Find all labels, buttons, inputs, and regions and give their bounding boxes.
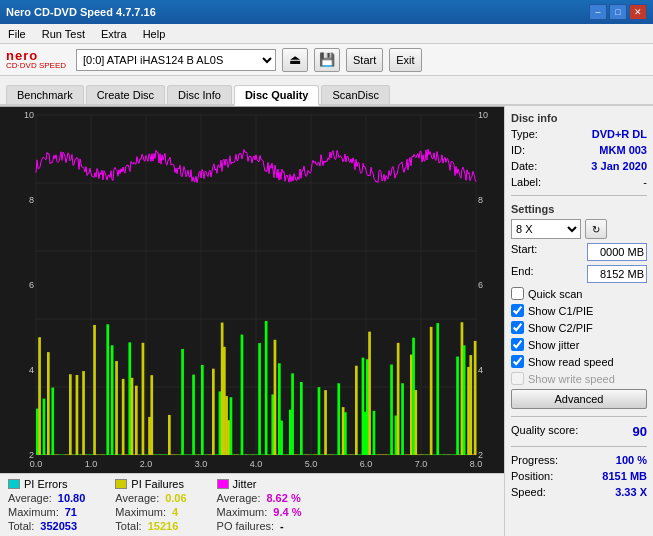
tab-bar: Benchmark Create Disc Disc Info Disc Qua… <box>0 76 653 106</box>
menu-bar: File Run Test Extra Help <box>0 24 653 44</box>
refresh-button[interactable]: ↻ <box>585 219 607 239</box>
speed-row: 8 X ↻ <box>511 219 647 239</box>
nero-logo: nero CD·DVD SPEED <box>6 49 66 70</box>
jitter-group: Jitter Average: 8.62 % Maximum: 9.4 % PO… <box>217 478 302 532</box>
tab-benchmark[interactable]: Benchmark <box>6 85 84 104</box>
settings-title: Settings <box>511 203 647 215</box>
separator-2 <box>511 416 647 417</box>
chart-area: PI Errors Average: 10.80 Maximum: 71 Tot… <box>0 106 505 536</box>
side-panel: Disc info Type: DVD+R DL ID: MKM 003 Dat… <box>505 106 653 536</box>
pi-errors-legend: PI Errors <box>8 478 85 490</box>
start-button[interactable]: Start <box>346 48 383 72</box>
show-jitter-checkbox[interactable] <box>511 338 524 351</box>
quick-scan-checkbox[interactable] <box>511 287 524 300</box>
pi-failures-color <box>115 479 127 489</box>
end-mb-input[interactable] <box>587 265 647 283</box>
show-write-speed-checkbox[interactable] <box>511 372 524 385</box>
advanced-button[interactable]: Advanced <box>511 389 647 409</box>
drive-select[interactable]: [0:0] ATAPI iHAS124 B AL0S <box>76 49 276 71</box>
separator-3 <box>511 446 647 447</box>
menu-help[interactable]: Help <box>139 28 170 40</box>
maximize-button[interactable]: □ <box>609 4 627 20</box>
disc-type-row: Type: DVD+R DL <box>511 128 647 140</box>
close-button[interactable]: ✕ <box>629 4 647 20</box>
quick-scan-row: Quick scan <box>511 287 647 300</box>
pi-failures-max: Maximum: 4 <box>115 506 186 518</box>
show-read-speed-checkbox[interactable] <box>511 355 524 368</box>
disc-id-row: ID: MKM 003 <box>511 144 647 156</box>
menu-run-test[interactable]: Run Test <box>38 28 89 40</box>
minimize-button[interactable]: – <box>589 4 607 20</box>
menu-extra[interactable]: Extra <box>97 28 131 40</box>
jitter-label: Jitter <box>233 478 257 490</box>
save-icon[interactable]: 💾 <box>314 48 340 72</box>
pi-failures-legend: PI Failures <box>115 478 186 490</box>
jitter-max: Maximum: 9.4 % <box>217 506 302 518</box>
jitter-legend: Jitter <box>217 478 302 490</box>
pi-errors-group: PI Errors Average: 10.80 Maximum: 71 Tot… <box>8 478 85 532</box>
jitter-avg: Average: 8.62 % <box>217 492 302 504</box>
show-jitter-row: Show jitter <box>511 338 647 351</box>
position-row: Position: 8151 MB <box>511 470 647 482</box>
disc-info-title: Disc info <box>511 112 647 124</box>
pi-failures-total: Total: 15216 <box>115 520 186 532</box>
eject-icon[interactable]: ⏏ <box>282 48 308 72</box>
title-bar: Nero CD-DVD Speed 4.7.7.16 – □ ✕ <box>0 0 653 24</box>
progress-row: Progress: 100 % <box>511 454 647 466</box>
tab-scan-disc[interactable]: ScanDisc <box>321 85 389 104</box>
disc-date-row: Date: 3 Jan 2020 <box>511 160 647 172</box>
show-write-speed-row: Show write speed <box>511 372 647 385</box>
window-controls: – □ ✕ <box>589 4 647 20</box>
main-content: PI Errors Average: 10.80 Maximum: 71 Tot… <box>0 106 653 536</box>
speed-row-val: Speed: 3.33 X <box>511 486 647 498</box>
toolbar: nero CD·DVD SPEED [0:0] ATAPI iHAS124 B … <box>0 44 653 76</box>
quality-score-row: Quality score: 90 <box>511 424 647 439</box>
show-read-speed-row: Show read speed <box>511 355 647 368</box>
tab-create-disc[interactable]: Create Disc <box>86 85 165 104</box>
pi-failures-group: PI Failures Average: 0.06 Maximum: 4 Tot… <box>115 478 186 532</box>
lower-chart <box>0 107 504 473</box>
speed-select[interactable]: 8 X <box>511 219 581 239</box>
jitter-po: PO failures: - <box>217 520 302 532</box>
pi-failures-avg: Average: 0.06 <box>115 492 186 504</box>
pi-errors-max: Maximum: 71 <box>8 506 85 518</box>
pi-failures-label: PI Failures <box>131 478 184 490</box>
app-title: Nero CD-DVD Speed 4.7.7.16 <box>6 6 156 18</box>
tab-disc-info[interactable]: Disc Info <box>167 85 232 104</box>
show-c2-checkbox[interactable] <box>511 321 524 334</box>
pi-errors-color <box>8 479 20 489</box>
show-c1-checkbox[interactable] <box>511 304 524 317</box>
separator-1 <box>511 195 647 196</box>
stats-bar: PI Errors Average: 10.80 Maximum: 71 Tot… <box>0 473 504 536</box>
pi-errors-total: Total: 352053 <box>8 520 85 532</box>
start-mb-input[interactable] <box>587 243 647 261</box>
jitter-color <box>217 479 229 489</box>
menu-file[interactable]: File <box>4 28 30 40</box>
tab-disc-quality[interactable]: Disc Quality <box>234 85 320 106</box>
exit-button[interactable]: Exit <box>389 48 421 72</box>
pi-errors-label: PI Errors <box>24 478 67 490</box>
disc-label-row: Label: - <box>511 176 647 188</box>
show-c2-row: Show C2/PIF <box>511 321 647 334</box>
show-c1-row: Show C1/PIE <box>511 304 647 317</box>
pi-errors-avg: Average: 10.80 <box>8 492 85 504</box>
end-mb-row: End: <box>511 265 647 283</box>
start-mb-row: Start: <box>511 243 647 261</box>
